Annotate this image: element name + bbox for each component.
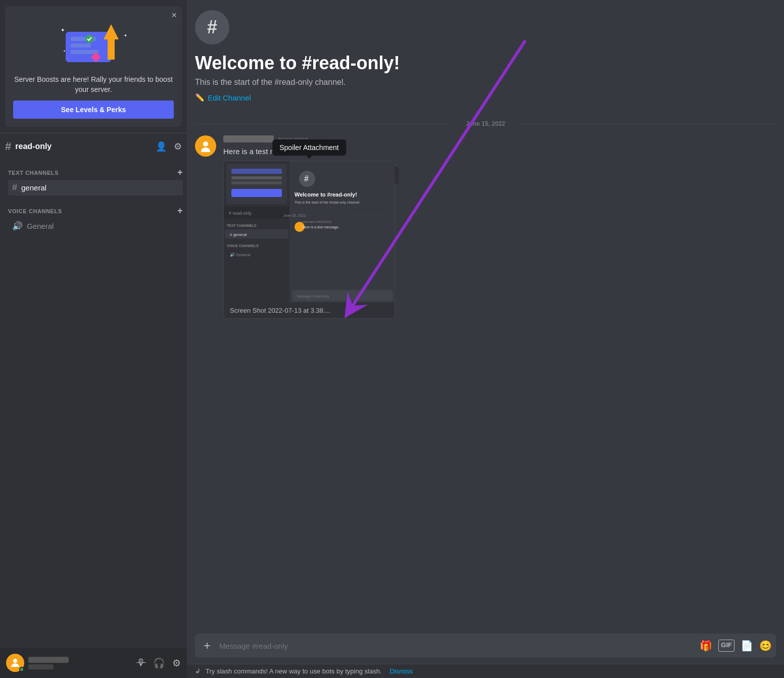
channel-item-label: general — [21, 183, 46, 192]
channel-item-label: General — [27, 222, 54, 230]
text-channels-header[interactable]: TEXT CHANNELS + — [8, 167, 183, 178]
attach-file-icon[interactable]: 📄 — [741, 640, 753, 652]
attachment-caption: Screen Shot 2022-07-13 at 3.38.... — [224, 303, 395, 318]
deafen-icon[interactable]: 🎧 — [153, 657, 165, 669]
svg-text:VOICE CHANNELS: VOICE CHANNELS — [227, 244, 259, 248]
text-channels-section: TEXT CHANNELS + # general — [0, 159, 187, 198]
boost-illustration: ✦ ✦ ✦ — [53, 14, 134, 70]
svg-text:#: # — [304, 174, 309, 183]
svg-text:# read-only: # read-only — [229, 211, 252, 216]
svg-point-13 — [203, 141, 208, 147]
chat-input-box: + 🎁 GIF 📄 😊 — [195, 634, 776, 658]
svg-point-5 — [85, 35, 93, 43]
svg-text:This is the start of the #read: This is the start of the #read-only chan… — [295, 201, 360, 205]
svg-text:🔊 General: 🔊 General — [230, 252, 251, 257]
svg-text:✦: ✦ — [63, 50, 66, 53]
svg-text:username 06/15/2022: username 06/15/2022 — [302, 220, 332, 223]
svg-text:Here is a test message.: Here is a test message. — [302, 225, 339, 229]
svg-text:Welcome to #read-only!: Welcome to #read-only! — [295, 191, 357, 198]
chat-body: # Welcome to #read-only! This is the sta… — [187, 0, 784, 634]
message-input[interactable] — [219, 642, 696, 650]
attachment-image-inner: # read-only TEXT CHANNELS # general VOIC… — [224, 161, 395, 303]
dismiss-link[interactable]: Dismiss — [390, 667, 413, 675]
svg-rect-19 — [231, 181, 282, 184]
user-info — [6, 654, 69, 672]
chat-input-area: + 🎁 GIF 📄 😊 — [187, 634, 784, 664]
sidebar-bottom: 🎙 🎧 ⚙ — [0, 648, 187, 678]
text-channel-icon: # — [12, 182, 17, 193]
channel-header-icons: 👤 ⚙ — [156, 141, 182, 152]
input-icons: 🎁 GIF 📄 😊 — [700, 640, 772, 652]
boost-banner: × ✦ ✦ ✦ Server Boosts ar — [5, 6, 182, 127]
message-content: 06/15/2022 Here is a test message. Spoil… — [223, 135, 776, 321]
svg-text:Message #read-only: Message #read-only — [297, 295, 329, 299]
channel-item-general-text[interactable]: # general — [8, 180, 183, 196]
voice-channels-section: VOICE CHANNELS + 🔊 General — [0, 198, 187, 236]
add-file-button[interactable]: + — [199, 639, 215, 653]
bottom-user-icons: 🎙 🎧 ⚙ — [136, 657, 181, 669]
pencil-icon: ✏️ — [195, 93, 205, 102]
gif-button[interactable]: GIF — [718, 640, 734, 652]
main-chat: # Welcome to #read-only! This is the sta… — [187, 0, 784, 678]
welcome-icon: # — [195, 10, 229, 44]
gift-icon[interactable]: 🎁 — [700, 640, 712, 652]
user-tag-display — [28, 664, 54, 669]
channel-welcome: # Welcome to #read-only! This is the sta… — [195, 10, 776, 102]
date-divider: June 15, 2022 — [195, 120, 776, 127]
sidebar: × ✦ ✦ ✦ Server Boosts ar — [0, 0, 187, 678]
edit-channel-link[interactable]: ✏️ Edit Channel — [195, 93, 776, 102]
svg-text:# general: # general — [230, 232, 247, 237]
svg-rect-18 — [231, 176, 282, 179]
add-member-icon[interactable]: 👤 — [156, 141, 167, 152]
attachment-image: # read-only TEXT CHANNELS # general VOIC… — [223, 161, 395, 319]
add-text-channel-icon[interactable]: + — [177, 167, 183, 178]
online-status-dot — [19, 667, 24, 672]
svg-text:✦: ✦ — [124, 33, 127, 38]
slash-tip: ↲ Try slash commands! A new way to use b… — [187, 664, 784, 678]
mute-icon[interactable]: 🎙 — [136, 657, 146, 669]
edit-channel-label: Edit Channel — [208, 93, 251, 102]
welcome-title: Welcome to #read-only! — [195, 53, 776, 74]
svg-text:TEXT CHANNELS: TEXT CHANNELS — [227, 224, 257, 227]
svg-text:✦: ✦ — [61, 27, 65, 33]
hash-icon: # — [5, 140, 11, 153]
see-levels-perks-button[interactable]: See Levels & Perks — [13, 101, 174, 119]
channel-item-general-voice[interactable]: 🔊 General — [8, 218, 183, 234]
message: 06/15/2022 Here is a test message. Spoil… — [195, 135, 776, 321]
hash-welcome-icon: # — [207, 17, 217, 38]
text-channels-label: TEXT CHANNELS — [8, 170, 59, 176]
svg-rect-20 — [231, 189, 282, 197]
channel-header-name: # read-only — [5, 140, 52, 153]
voice-channels-label: VOICE CHANNELS — [8, 208, 62, 214]
spoiler-tooltip: Spoiler Attachment — [272, 139, 346, 156]
message-username — [223, 135, 274, 142]
message-avatar — [195, 135, 216, 157]
attachment-container: Spoiler Attachment 👁 ✏️ 🗑 — [223, 161, 395, 319]
svg-rect-3 — [71, 43, 91, 47]
username-display — [28, 657, 69, 663]
svg-rect-17 — [231, 169, 282, 174]
close-icon[interactable]: × — [171, 10, 177, 21]
voice-channels-header[interactable]: VOICE CHANNELS + — [8, 206, 183, 216]
boost-text: Server Boosts are here! Rally your frien… — [13, 75, 174, 94]
voice-channel-icon: 🔊 — [12, 221, 23, 231]
avatar — [6, 654, 24, 672]
settings-icon[interactable]: ⚙ — [174, 141, 182, 152]
emoji-icon[interactable]: 😊 — [759, 640, 772, 652]
welcome-subtitle: This is the start of the #read-only chan… — [195, 78, 776, 87]
svg-rect-4 — [71, 50, 99, 54]
svg-text:June 15, 2022: June 15, 2022 — [283, 214, 306, 217]
user-name-area — [28, 657, 69, 669]
channel-header-title: read-only — [15, 142, 52, 151]
slash-tip-text: Try slash commands! A new way to use bot… — [206, 667, 382, 675]
add-voice-channel-icon[interactable]: + — [177, 206, 183, 216]
svg-point-11 — [13, 659, 17, 663]
user-settings-icon[interactable]: ⚙ — [172, 657, 181, 669]
channel-header: # read-only 👤 ⚙ — [0, 133, 187, 159]
